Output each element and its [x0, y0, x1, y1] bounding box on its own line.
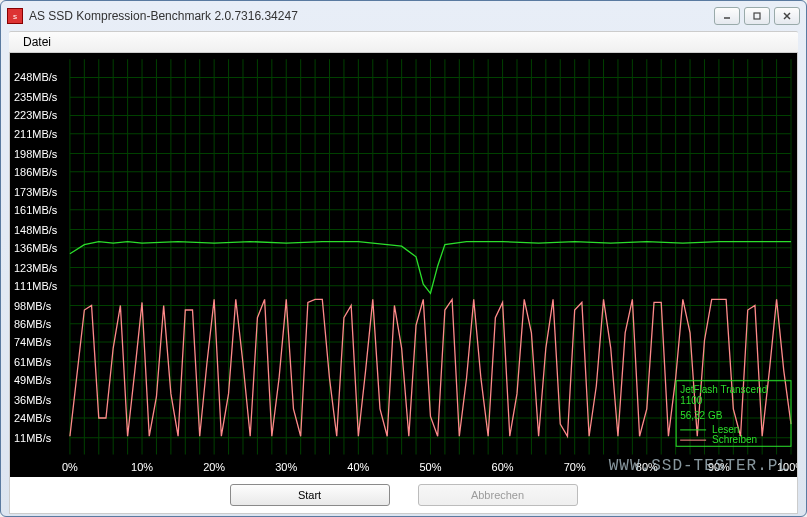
svg-text:86MB/s: 86MB/s — [14, 318, 52, 330]
svg-text:30%: 30% — [275, 461, 297, 473]
content-panel: 248MB/s235MB/s223MB/s211MB/s198MB/s186MB… — [9, 53, 798, 514]
svg-text:36MB/s: 36MB/s — [14, 394, 52, 406]
svg-text:61MB/s: 61MB/s — [14, 356, 52, 368]
svg-text:1100: 1100 — [680, 395, 703, 406]
svg-text:20%: 20% — [203, 461, 225, 473]
svg-text:40%: 40% — [347, 461, 369, 473]
svg-text:111MB/s: 111MB/s — [14, 280, 58, 292]
svg-text:49MB/s: 49MB/s — [14, 374, 52, 386]
compression-chart: 248MB/s235MB/s223MB/s211MB/s198MB/s186MB… — [10, 53, 797, 477]
svg-text:211MB/s: 211MB/s — [14, 128, 58, 140]
svg-text:90%: 90% — [708, 461, 730, 473]
svg-text:198MB/s: 198MB/s — [14, 147, 58, 159]
window-controls — [714, 7, 800, 25]
titlebar: s AS SSD Kompression-Benchmark 2.0.7316.… — [1, 1, 806, 31]
window-title: AS SSD Kompression-Benchmark 2.0.7316.34… — [29, 9, 714, 23]
main-window: s AS SSD Kompression-Benchmark 2.0.7316.… — [0, 0, 807, 517]
svg-text:60%: 60% — [492, 461, 514, 473]
svg-text:0%: 0% — [62, 461, 78, 473]
svg-text:100%: 100% — [777, 461, 797, 473]
svg-text:Schreiben: Schreiben — [712, 434, 757, 445]
svg-text:56,32 GB: 56,32 GB — [680, 410, 722, 421]
svg-text:223MB/s: 223MB/s — [14, 109, 58, 121]
svg-text:186MB/s: 186MB/s — [14, 166, 58, 178]
svg-text:10%: 10% — [131, 461, 153, 473]
app-icon: s — [7, 8, 23, 24]
minimize-button[interactable] — [714, 7, 740, 25]
svg-text:98MB/s: 98MB/s — [14, 299, 52, 311]
svg-text:148MB/s: 148MB/s — [14, 223, 58, 235]
close-button[interactable] — [774, 7, 800, 25]
svg-text:161MB/s: 161MB/s — [14, 204, 58, 216]
svg-text:24MB/s: 24MB/s — [14, 412, 52, 424]
svg-text:50%: 50% — [419, 461, 441, 473]
svg-text:11MB/s: 11MB/s — [14, 432, 52, 444]
menubar: Datei — [9, 31, 798, 53]
svg-text:173MB/s: 173MB/s — [14, 185, 58, 197]
svg-rect-1 — [754, 13, 760, 19]
maximize-button[interactable] — [744, 7, 770, 25]
button-row: Start Abbrechen — [10, 477, 797, 513]
svg-text:248MB/s: 248MB/s — [14, 71, 58, 83]
menu-datei[interactable]: Datei — [15, 33, 59, 51]
svg-text:JetFlash Transcend: JetFlash Transcend — [680, 384, 767, 395]
svg-text:80%: 80% — [636, 461, 658, 473]
abort-button[interactable]: Abbrechen — [418, 484, 578, 506]
svg-text:74MB/s: 74MB/s — [14, 336, 52, 348]
start-button[interactable]: Start — [230, 484, 390, 506]
svg-text:70%: 70% — [564, 461, 586, 473]
svg-text:136MB/s: 136MB/s — [14, 242, 58, 254]
svg-text:123MB/s: 123MB/s — [14, 261, 58, 273]
svg-text:235MB/s: 235MB/s — [14, 91, 58, 103]
